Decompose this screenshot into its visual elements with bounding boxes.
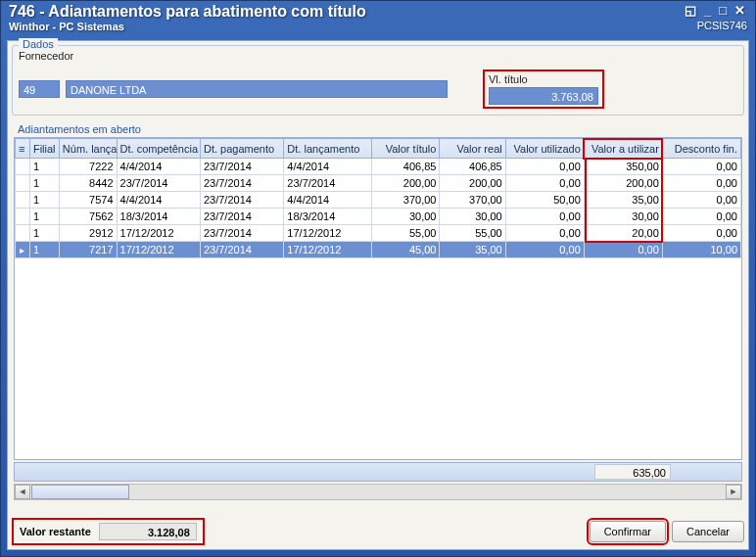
cell-pag: 23/7/2014 — [200, 225, 283, 242]
window-title: 746 - Adiantamentos para abatimento com … — [9, 3, 366, 21]
vl-titulo-label: Vl. título — [489, 73, 598, 85]
cell-vreal: 406,85 — [440, 159, 505, 175]
col-pag[interactable]: Dt. pagamento — [200, 139, 283, 159]
col-comp[interactable]: Dt. competência — [117, 139, 200, 159]
col-desc[interactable]: Desconto fin. — [662, 139, 740, 159]
cell-vautil[interactable]: 350,00 — [584, 159, 662, 175]
dados-group-title: Dados — [19, 38, 58, 50]
cell-vutil: 0,00 — [505, 175, 584, 192]
table-row[interactable]: 175744/4/201423/7/20144/4/2014370,00370,… — [16, 192, 741, 209]
cell-lanc: 23/7/2014 — [284, 175, 372, 192]
cell-filial: 1 — [29, 209, 59, 225]
cell-num: 7217 — [59, 242, 117, 258]
adiantamentos-label: Adiantamentos em aberto — [18, 123, 742, 135]
row-indicator — [16, 159, 30, 175]
window-controls: ◱ _ □ ✕ — [683, 3, 747, 18]
row-indicator — [16, 225, 30, 242]
minimize-icon[interactable]: _ — [702, 3, 713, 18]
window-subtitle: Winthor - PC Sistemas — [9, 21, 366, 32]
col-num[interactable]: Núm. lança — [59, 139, 117, 159]
cell-vautil[interactable]: 200,00 — [584, 175, 662, 192]
cell-vtit: 55,00 — [372, 225, 440, 242]
scroll-right-icon[interactable]: ► — [726, 485, 741, 499]
cell-pag: 23/7/2014 — [200, 159, 283, 175]
cell-vtit: 30,00 — [372, 209, 440, 225]
cell-lanc: 17/12/2012 — [284, 242, 372, 258]
cell-pag: 23/7/2014 — [200, 175, 283, 192]
cell-filial: 1 — [29, 192, 59, 209]
cell-pag: 23/7/2014 — [200, 209, 283, 225]
table-row[interactable]: 172224/4/201423/7/20144/4/2014406,85406,… — [16, 159, 741, 175]
row-indicator — [16, 209, 30, 225]
col-vreal[interactable]: Valor real — [440, 139, 505, 159]
table-row[interactable]: 1756218/3/201423/7/201418/3/201430,0030,… — [16, 209, 741, 225]
scroll-left-icon[interactable]: ◄ — [15, 485, 30, 499]
cell-comp: 18/3/2014 — [117, 209, 200, 225]
confirmar-button[interactable]: Confirmar — [590, 521, 666, 542]
grid-sum-row: 635,00 — [14, 462, 742, 482]
cell-lanc: 18/3/2014 — [284, 209, 372, 225]
cell-vreal: 200,00 — [440, 175, 505, 192]
cell-lanc: 4/4/2014 — [284, 159, 372, 175]
cancelar-button[interactable]: Cancelar — [672, 521, 744, 542]
col-vtit[interactable]: Valor título — [372, 139, 440, 159]
col-indicator[interactable]: ≡ — [16, 139, 30, 159]
cell-desc: 0,00 — [662, 225, 740, 242]
grid[interactable]: ≡ Filial Núm. lança Dt. competência Dt. … — [14, 137, 742, 460]
grid-table: ≡ Filial Núm. lança Dt. competência Dt. … — [15, 138, 741, 258]
col-vautil[interactable]: Valor a utilizar — [584, 139, 662, 159]
cell-comp: 23/7/2014 — [117, 175, 200, 192]
cell-vreal: 30,00 — [440, 209, 505, 225]
row-indicator: ▸ — [16, 242, 30, 258]
cell-pag: 23/7/2014 — [200, 192, 283, 209]
cell-num: 2912 — [59, 225, 117, 242]
table-row[interactable]: ▸1721717/12/201223/7/201417/12/201245,00… — [16, 242, 741, 258]
cell-vautil[interactable]: 20,00 — [584, 225, 662, 242]
cell-vautil[interactable]: 35,00 — [584, 192, 662, 209]
cell-vreal: 55,00 — [440, 225, 505, 242]
cell-vtit: 45,00 — [372, 242, 440, 258]
cell-vreal: 35,00 — [440, 242, 505, 258]
footer: Valor restante 3.128,08 Confirmar Cancel… — [12, 518, 744, 545]
dados-group: Dados Fornecedor 49 DANONE LTDA Vl. títu… — [12, 45, 744, 116]
cell-filial: 1 — [29, 175, 59, 192]
cell-comp: 4/4/2014 — [117, 159, 200, 175]
cell-vutil: 50,00 — [505, 192, 584, 209]
cell-comp: 4/4/2014 — [117, 192, 200, 209]
cell-desc: 0,00 — [662, 159, 740, 175]
cell-lanc: 17/12/2012 — [284, 225, 372, 242]
cell-vtit: 406,85 — [372, 159, 440, 175]
cell-vutil: 0,00 — [505, 225, 584, 242]
maximize-icon[interactable]: □ — [717, 3, 729, 18]
cell-vutil: 0,00 — [505, 159, 584, 175]
restore-icon[interactable]: ◱ — [683, 3, 698, 18]
table-row[interactable]: 1844223/7/201423/7/201423/7/2014200,0020… — [16, 175, 741, 192]
cell-comp: 17/12/2012 — [117, 242, 200, 258]
window-code: PCSIS746 — [697, 20, 747, 31]
cell-vtit: 200,00 — [372, 175, 440, 192]
grid-hscroll[interactable]: ◄ ► — [14, 484, 742, 500]
scroll-thumb[interactable] — [31, 485, 129, 499]
cell-vtit: 370,00 — [372, 192, 440, 209]
cell-filial: 1 — [29, 159, 59, 175]
close-icon[interactable]: ✕ — [732, 3, 747, 18]
cell-filial: 1 — [29, 225, 59, 242]
app-window: 746 - Adiantamentos para abatimento com … — [0, 0, 756, 557]
valor-restante-value: 3.128,08 — [99, 523, 197, 540]
row-indicator — [16, 175, 30, 192]
fornecedor-code[interactable]: 49 — [19, 80, 60, 98]
col-vutil[interactable]: Valor utilizado — [505, 139, 584, 159]
valor-restante-label: Valor restante — [20, 526, 91, 537]
cell-filial: 1 — [29, 242, 59, 258]
row-indicator — [16, 192, 30, 209]
cell-vutil: 0,00 — [505, 242, 584, 258]
vl-titulo-group: Vl. título 3.763,08 — [483, 70, 604, 109]
cell-desc: 0,00 — [662, 192, 740, 209]
table-row[interactable]: 1291217/12/201223/7/201417/12/201255,005… — [16, 225, 741, 242]
fornecedor-name[interactable]: DANONE LTDA — [66, 80, 448, 98]
col-filial[interactable]: Filial — [29, 139, 59, 159]
col-lanc[interactable]: Dt. lançamento — [284, 139, 372, 159]
vl-titulo-value: 3.763,08 — [489, 87, 598, 105]
cell-vautil[interactable]: 0,00 — [584, 242, 662, 258]
cell-vautil[interactable]: 30,00 — [584, 209, 662, 225]
